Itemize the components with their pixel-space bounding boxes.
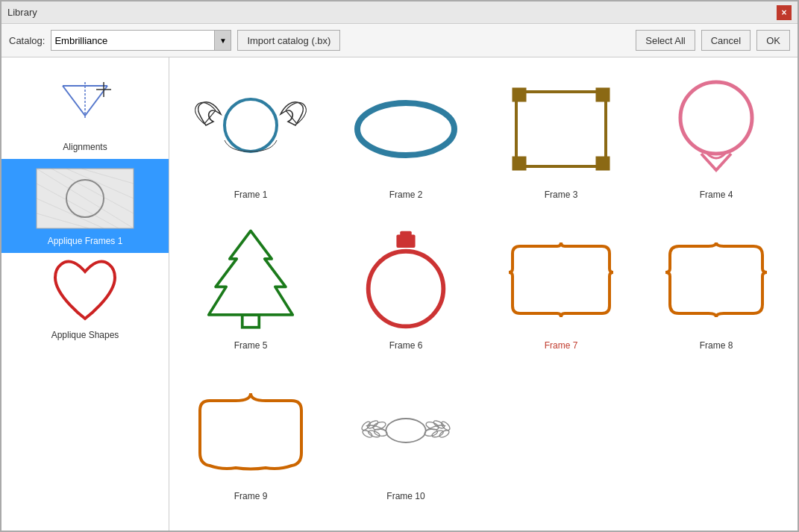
- svg-point-37: [440, 420, 451, 431]
- sidebar: Alignments: [1, 57, 169, 531]
- frame9-label: Frame 9: [234, 491, 268, 501]
- sidebar-item-applique-frames-1[interactable]: Applique Frames 1: [1, 159, 169, 253]
- cancel-button[interactable]: Cancel: [701, 30, 751, 51]
- svg-rect-21: [513, 157, 526, 170]
- svg-rect-26: [400, 231, 411, 237]
- grid-item-frame4[interactable]: Frame 4: [642, 65, 790, 208]
- grid-item-frame10[interactable]: Frame 10: [332, 366, 480, 510]
- catalog-label: Catalog:: [9, 35, 45, 46]
- svg-rect-20: [596, 88, 610, 101]
- ok-button[interactable]: OK: [756, 30, 790, 51]
- grid-item-frame5[interactable]: Frame 5: [177, 216, 325, 359]
- frame3-label: Frame 3: [545, 190, 578, 200]
- title-bar: Library ×: [1, 1, 798, 24]
- frame10-label: Frame 10: [386, 491, 424, 501]
- svg-rect-18: [516, 92, 606, 166]
- grid-item-frame7[interactable]: Frame 7: [487, 216, 635, 359]
- catalog-select[interactable]: Embrilliance: [51, 30, 215, 51]
- svg-line-1: [63, 86, 85, 116]
- frame5-label: Frame 5: [234, 340, 268, 351]
- applique-frames-thumb: [29, 165, 141, 232]
- library-window: Library × Catalog: Embrilliance ▼ Import…: [0, 0, 799, 532]
- grid-item-frame2[interactable]: Frame 2: [332, 65, 480, 208]
- sidebar-item-applique-frames-1-label: Applique Frames 1: [46, 235, 125, 247]
- frame1-label: Frame 1: [234, 190, 268, 200]
- grid-item-frame9[interactable]: Frame 9: [177, 366, 325, 510]
- svg-point-17: [357, 103, 454, 155]
- sidebar-item-alignments[interactable]: Alignments: [1, 65, 169, 159]
- applique-shapes-thumb: [29, 259, 141, 326]
- sidebar-item-applique-shapes[interactable]: Applique Shapes: [1, 253, 169, 347]
- grid-item-frame3[interactable]: Frame 3: [487, 65, 635, 208]
- svg-rect-19: [513, 88, 526, 101]
- svg-point-16: [225, 99, 277, 151]
- grid-item-frame6[interactable]: Frame 6: [332, 216, 480, 359]
- main-content: Alignments: [1, 57, 798, 531]
- svg-point-27: [369, 251, 444, 327]
- window-title: Library: [7, 7, 37, 18]
- close-button[interactable]: ×: [777, 5, 792, 20]
- grid-item-frame1[interactable]: Frame 1: [177, 65, 325, 208]
- grid-item-frame8[interactable]: Frame 8: [642, 216, 790, 359]
- frame7-label: Frame 7: [545, 340, 578, 351]
- select-all-button[interactable]: Select All: [636, 30, 695, 51]
- frame8-label: Frame 8: [700, 340, 733, 351]
- catalog-dropdown-wrap: Embrilliance ▼: [51, 30, 231, 51]
- svg-rect-22: [596, 157, 610, 170]
- dropdown-arrow-icon[interactable]: ▼: [215, 30, 231, 51]
- svg-point-23: [680, 82, 752, 154]
- alignments-thumb: [29, 71, 141, 138]
- svg-rect-24: [242, 315, 260, 328]
- import-catalog-button[interactable]: Import catalog (.bx): [237, 30, 340, 51]
- frame2-label: Frame 2: [389, 190, 423, 200]
- frame6-label: Frame 6: [389, 340, 423, 351]
- sidebar-item-alignments-label: Alignments: [60, 141, 109, 153]
- grid-area: Frame 1 Frame 2: [169, 57, 798, 531]
- frame4-label: Frame 4: [700, 190, 733, 200]
- toolbar: Catalog: Embrilliance ▼ Import catalog (…: [1, 24, 798, 57]
- svg-point-28: [386, 419, 425, 442]
- sidebar-item-applique-shapes-label: Applique Shapes: [49, 329, 122, 341]
- frame-grid: Frame 1 Frame 2: [177, 65, 790, 510]
